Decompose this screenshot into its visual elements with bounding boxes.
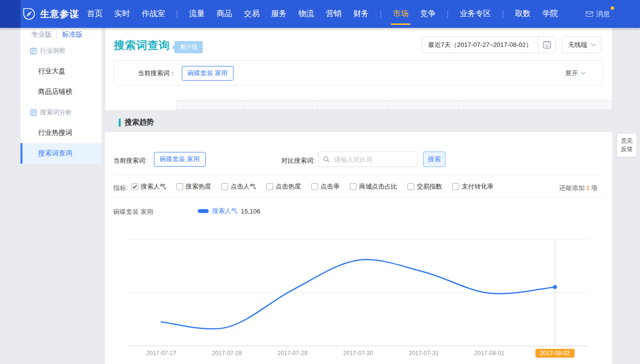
chevron-down-icon [581, 70, 586, 75]
feedback-label-line2: 反馈 [621, 145, 633, 153]
nav-item-compete[interactable]: 竞争 [420, 9, 436, 19]
section-header: 搜索趋势 [119, 118, 154, 127]
version-tab-divider [57, 31, 57, 38]
trend-endpoint-dot [553, 285, 557, 289]
sidebar-group-industry-insight[interactable]: 行业洞察 [21, 41, 102, 61]
calendar-button[interactable]: 15 [538, 37, 555, 53]
nav-item-finance[interactable]: 财务 [353, 9, 369, 19]
report-doc-icon [30, 48, 37, 54]
nav-divider [503, 10, 503, 18]
mail-icon [586, 11, 593, 17]
content-tab[interactable] [244, 100, 318, 110]
header-controls: 最近7天（2017-07-27~2017-08-02） 15 无线端 [422, 36, 601, 53]
content-tab[interactable] [318, 100, 388, 110]
x-tick: 2017-07-29 [273, 349, 312, 358]
content-tab-strip [105, 100, 612, 110]
current-search-word-box: 当前搜索词： 碗碟套装 家用 展开 [113, 60, 603, 86]
current-word-label: 当前搜索词： [138, 69, 176, 78]
nav-item-realtime[interactable]: 实时 [114, 9, 130, 19]
nav-left-dark-strip [0, 0, 21, 28]
section-title: 搜索趋势 [125, 118, 154, 127]
nav-item-marketing[interactable]: 营销 [326, 9, 341, 19]
x-tick: 2017-07-31 [404, 349, 443, 358]
x-tick: 2017-07-28 [207, 349, 246, 358]
sidebar-group-label: 行业洞察 [40, 46, 65, 55]
trend-chart-svg[interactable] [105, 132, 612, 364]
date-range-picker[interactable]: 最近7天（2017-07-27~2017-08-02） 15 [422, 36, 556, 53]
sidebar-item-product-shop-rank[interactable]: 商品店铺榜 [21, 82, 102, 102]
sidebar-item-label: 商品店铺榜 [38, 87, 72, 96]
expand-toggle[interactable]: 展开 [565, 69, 585, 78]
nav-divider [381, 10, 381, 18]
sidebar-item-industry-overview[interactable]: 行业大盘 [21, 61, 102, 82]
feedback-button[interactable]: 意见 反馈 [617, 133, 637, 157]
page-title: 搜索词查询 [114, 38, 170, 53]
sidebar: 专业版 标准版 行业洞察 行业大盘 商品店铺榜 搜索词分析 行业热搜词 搜索词查… [21, 28, 102, 164]
nav-item-traffic[interactable]: 流量 [189, 9, 205, 19]
terminal-selector-dropdown[interactable]: 无线端 [562, 36, 601, 53]
x-tick: 2017-07-30 [339, 349, 378, 358]
content-tab[interactable] [388, 100, 459, 110]
svg-text:15: 15 [545, 43, 549, 48]
feedback-label-line1: 意见 [621, 137, 633, 145]
sidebar-group-label: 搜索词分析 [40, 108, 72, 117]
nav-item-business-zone[interactable]: 业务专区 [460, 9, 491, 19]
sidebar-item-label: 行业大盘 [38, 67, 65, 76]
cumulative-value-badge: 累计值 [174, 41, 203, 53]
sidebar-group-search-word-analysis[interactable]: 搜索词分析 [21, 102, 102, 123]
nav-menu: 首页 实时 作战室 流量 商品 交易 服务 物流 营销 财务 市场 竞争 业务专… [87, 0, 570, 28]
section-accent-bar [119, 119, 121, 127]
notification-dot [611, 6, 614, 10]
current-word-tag[interactable]: 碗碟套装 家用 [182, 66, 234, 81]
nav-item-logistics[interactable]: 物流 [299, 9, 314, 19]
trend-line-series [161, 259, 555, 329]
nav-item-data-fetch[interactable]: 取数 [515, 9, 531, 19]
version-tabs: 专业版 标准版 [21, 29, 102, 41]
brand-name: 生意参谋 [40, 8, 79, 21]
terminal-selector-value: 无线端 [568, 41, 587, 49]
nav-divider [448, 10, 448, 18]
expand-label: 展开 [565, 69, 578, 78]
message-label: 消息 [596, 10, 610, 19]
sycm-logo-icon [22, 7, 36, 21]
nav-message[interactable]: 消息 [586, 0, 610, 28]
report-doc-icon [30, 109, 37, 116]
search-trend-card: 当前搜索词: 碗碟套装 家用 对比搜索词: 搜索 指标: 搜索人气搜索热度点击人… [105, 132, 612, 364]
nav-item-goods[interactable]: 商品 [216, 9, 232, 19]
nav-item-market-active[interactable]: 市场 [393, 9, 408, 19]
content-tab[interactable] [459, 100, 612, 110]
x-tick: 2017-07-27 [142, 349, 181, 358]
calendar-icon: 15 [543, 41, 551, 49]
nav-divider [177, 10, 177, 18]
sidebar-tab-standard-version[interactable]: 标准版 [62, 30, 83, 39]
sidebar-item-label: 行业热搜词 [38, 128, 72, 137]
chevron-down-icon [591, 42, 596, 46]
nav-item-service[interactable]: 服务 [271, 9, 287, 19]
top-nav: 生意参谋 首页 实时 作战室 流量 商品 交易 服务 物流 营销 财务 市场 竞… [0, 0, 640, 28]
sidebar-item-label: 搜索词查询 [38, 149, 72, 158]
brand[interactable]: 生意参谋 [22, 0, 79, 28]
nav-item-trade[interactable]: 交易 [244, 9, 259, 19]
nav-item-academy[interactable]: 学院 [542, 9, 558, 19]
x-tick: 2017-08-01 [470, 349, 509, 358]
x-axis-labels: 2017-07-272017-07-282017-07-292017-07-30… [105, 349, 612, 360]
sidebar-item-industry-hot-words[interactable]: 行业热搜词 [21, 123, 102, 143]
sidebar-item-search-word-query-selected[interactable]: 搜索词查询 [21, 143, 102, 164]
date-range-text: 最近7天（2017-07-27~2017-08-02） [422, 41, 538, 49]
content-tab[interactable] [176, 100, 244, 110]
x-tick-highlighted: 2017-08-02 [535, 349, 575, 358]
page-header-card: 搜索词查询 累计值 最近7天（2017-07-27~2017-08-02） 15… [105, 28, 612, 100]
message-label-wrap: 消息 [596, 10, 610, 19]
content-tab-active[interactable] [105, 100, 176, 110]
nav-item-war-room[interactable]: 作战室 [142, 9, 165, 19]
nav-item-home[interactable]: 首页 [87, 9, 103, 19]
sidebar-tab-pro-version[interactable]: 专业版 [31, 30, 52, 39]
